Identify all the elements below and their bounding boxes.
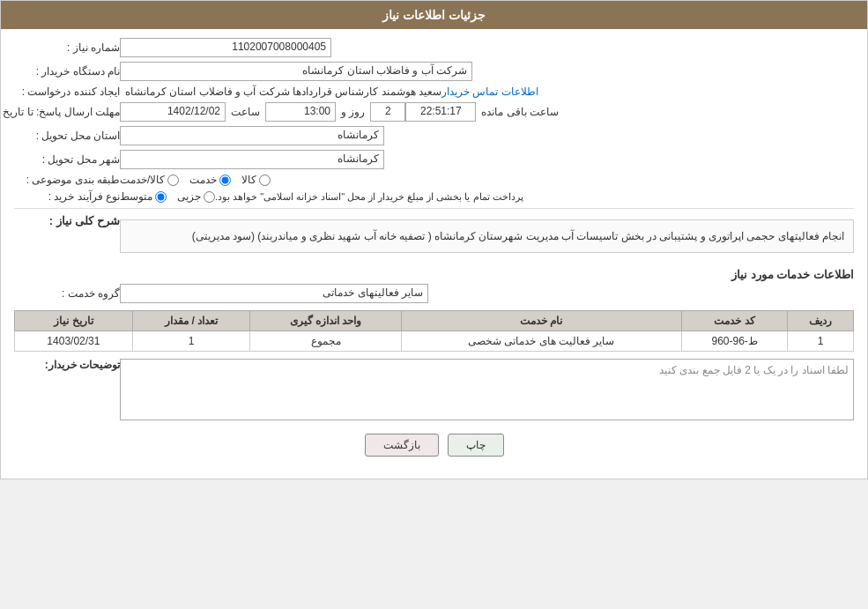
page-title: جزئیات اطلاعات نیاز bbox=[382, 8, 486, 22]
delivery-province-row: استان محل تحویل : کرمانشاه bbox=[14, 126, 854, 145]
services-table: ردیف کد خدمت نام خدمت واحد اندازه گیری ت… bbox=[14, 310, 854, 352]
category-goods-radio[interactable] bbox=[259, 175, 271, 186]
purchase-medium-radio[interactable] bbox=[155, 191, 167, 203]
button-row: چاپ بازگشت bbox=[14, 425, 854, 470]
response-deadline-label: مهلت ارسال پاسخ: تا تاریخ : bbox=[14, 106, 120, 118]
response-time-label: ساعت bbox=[231, 106, 260, 118]
purchase-note: پرداخت تمام یا بخشی از مبلغ خریدار از مح… bbox=[215, 191, 523, 203]
category-radio-group: کالا/خدمت خدمت کالا bbox=[120, 174, 271, 186]
print-button[interactable]: چاپ bbox=[448, 434, 504, 457]
purchase-option-small: جزیی bbox=[177, 190, 215, 203]
buyer-desc-row: توضیحات خریدار: لطفا اسناد را در یک یا 2… bbox=[14, 359, 854, 420]
need-number-label: شماره نیاز : bbox=[14, 41, 120, 54]
delivery-city-label: شهر محل تحویل : bbox=[14, 153, 120, 166]
requester-label: ایجاد کننده درخواست : bbox=[14, 85, 120, 98]
col-header-name: نام خدمت bbox=[401, 311, 681, 331]
purchase-type-row: نوع فرآیند خرید : متوسط جزیی پرداخت تمام… bbox=[14, 190, 854, 203]
category-option-goods-service: کالا/خدمت bbox=[120, 174, 179, 186]
category-service-radio[interactable] bbox=[219, 175, 231, 186]
col-header-code: کد خدمت bbox=[681, 311, 787, 331]
purchase-type-radio-group: متوسط جزیی bbox=[120, 190, 215, 203]
requester-row: ایجاد کننده درخواست : سعید هوشمند کارشنا… bbox=[14, 85, 854, 98]
col-header-unit: واحد اندازه گیری bbox=[250, 311, 401, 331]
category-goods-label: کالا bbox=[241, 174, 256, 186]
buyer-desc-container: لطفا اسناد را در یک یا 2 فایل جمع بندی ک… bbox=[120, 359, 854, 420]
table-row: 1ط-96-960سایر فعالیت های خدماتی شخصیمجمو… bbox=[15, 331, 854, 352]
response-clock-label: ساعت باقی مانده bbox=[481, 106, 559, 118]
delivery-province-label: استان محل تحویل : bbox=[14, 130, 120, 142]
purchase-option-medium: متوسط bbox=[120, 190, 167, 203]
services-section-title: اطلاعات خدمات مورد نیاز bbox=[14, 263, 854, 284]
buyer-org-value: شرکت آب و فاضلاب استان کرمانشاه bbox=[120, 62, 472, 81]
purchase-medium-label: متوسط bbox=[120, 190, 152, 203]
service-group-value: سایر فعالیتهای خدماتی bbox=[120, 284, 428, 303]
divider-1 bbox=[14, 208, 854, 209]
main-content: شماره نیاز : 1102007008000405 نام دستگاه… bbox=[1, 29, 867, 479]
purchase-small-radio[interactable] bbox=[204, 191, 215, 203]
requester-value: سعید هوشمند کارشناس قراردادها شرکت آب و … bbox=[125, 85, 441, 98]
buyer-org-row: نام دستگاه خریدار : شرکت آب و فاضلاب است… bbox=[14, 62, 854, 81]
service-group-row: گروه خدمت : سایر فعالیتهای خدماتی bbox=[14, 284, 854, 303]
response-deadline-row: مهلت ارسال پاسخ: تا تاریخ : 1402/12/02 س… bbox=[14, 102, 854, 122]
service-group-label: گروه خدمت : bbox=[14, 287, 120, 300]
general-desc-row: شرح کلی نیاز : انجام فعالیتهای حجمی اپرا… bbox=[14, 214, 854, 258]
need-number-row: شماره نیاز : 1102007008000405 bbox=[14, 38, 854, 57]
col-header-date: تاریخ نیاز bbox=[15, 311, 133, 331]
contact-link[interactable]: اطلاعات تماس خریدار bbox=[441, 85, 538, 98]
buyer-desc-placeholder-text: لطفا اسناد را در یک یا 2 فایل جمع بندی ک… bbox=[125, 364, 849, 376]
response-time: 13:00 bbox=[265, 102, 336, 122]
buyer-desc-placeholder: لطفا اسناد را در یک یا 2 فایل جمع بندی ک… bbox=[120, 359, 854, 420]
category-label: طبقه بندی موضوعی : bbox=[14, 174, 120, 186]
buyer-desc-label: توضیحات خریدار: bbox=[14, 359, 120, 371]
response-date: 1402/12/02 bbox=[120, 102, 226, 122]
response-days: 2 bbox=[370, 102, 405, 122]
response-days-label: روز و bbox=[341, 106, 365, 118]
purchase-type-label: نوع فرآیند خرید : bbox=[14, 190, 120, 203]
col-header-qty: تعداد / مقدار bbox=[132, 311, 250, 331]
response-clock: 22:51:17 bbox=[405, 102, 476, 122]
back-button[interactable]: بازگشت bbox=[365, 434, 439, 457]
category-option-service: خدمت bbox=[189, 174, 231, 186]
general-desc-value: انجام فعالیتهای حجمی اپراتوری و پشتیبانی… bbox=[120, 219, 854, 253]
delivery-city-row: شهر محل تحویل : کرمانشاه bbox=[14, 150, 854, 169]
category-option-goods: کالا bbox=[241, 174, 271, 186]
need-number-value: 1102007008000405 bbox=[120, 38, 331, 57]
general-desc-label: شرح کلی نیاز : bbox=[14, 214, 120, 227]
buyer-org-label: نام دستگاه خریدار : bbox=[14, 65, 120, 78]
col-header-row: ردیف bbox=[788, 311, 854, 331]
category-service-label: خدمت bbox=[189, 174, 217, 186]
delivery-city-value: کرمانشاه bbox=[120, 150, 384, 169]
page-container: جزئیات اطلاعات نیاز شماره نیاز : 1102007… bbox=[0, 0, 868, 479]
category-goods-service-radio[interactable] bbox=[167, 175, 179, 186]
page-header: جزئیات اطلاعات نیاز bbox=[1, 1, 867, 29]
purchase-small-label: جزیی bbox=[177, 190, 201, 203]
category-row: طبقه بندی موضوعی : کالا/خدمت خدمت کالا bbox=[14, 174, 854, 186]
delivery-province-value: کرمانشاه bbox=[120, 126, 384, 145]
category-goods-service-label: کالا/خدمت bbox=[120, 174, 165, 186]
